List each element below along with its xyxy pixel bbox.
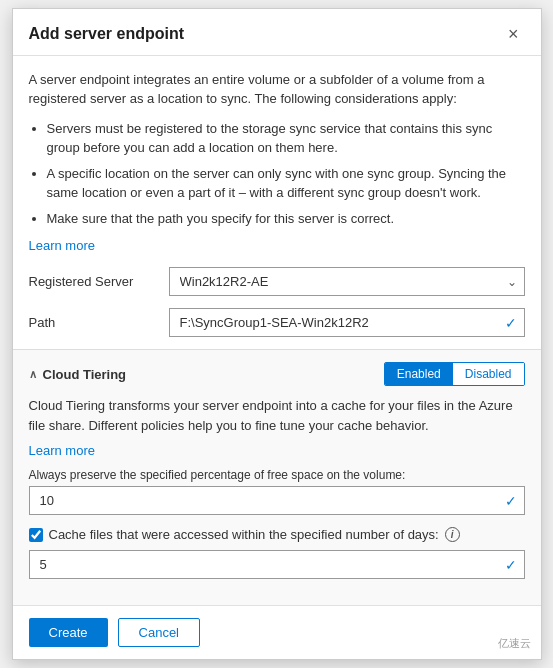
free-space-input[interactable]	[29, 486, 525, 515]
cloud-tiering-toggle: Enabled Disabled	[384, 362, 525, 386]
cloud-tiering-section: ∧ Cloud Tiering Enabled Disabled Cloud T…	[13, 349, 541, 605]
free-space-check-icon: ✓	[505, 493, 517, 509]
cloud-tiering-description: Cloud Tiering transforms your server end…	[29, 396, 525, 435]
toggle-enabled-button[interactable]: Enabled	[385, 363, 453, 385]
cache-days-wrap: ✓	[29, 550, 525, 579]
registered-server-row: Registered Server Win2k12R2-AE ⌄	[29, 267, 525, 296]
intro-text: A server endpoint integrates an entire v…	[29, 70, 525, 109]
path-input[interactable]	[169, 308, 525, 337]
cache-days-input[interactable]	[29, 550, 525, 579]
free-space-wrap: ✓	[29, 486, 525, 515]
dialog-title: Add server endpoint	[29, 25, 185, 43]
bullet-item-2: A specific location on the server can on…	[47, 164, 525, 203]
check-icon: ✓	[505, 315, 517, 331]
cache-files-checkbox[interactable]	[29, 528, 43, 542]
free-space-label: Always preserve the specified percentage…	[29, 468, 525, 482]
path-row: Path ✓	[29, 308, 525, 337]
bullet-list: Servers must be registered to the storag…	[47, 119, 525, 229]
cache-files-row: Cache files that were accessed within th…	[29, 527, 525, 542]
cancel-button[interactable]: Cancel	[118, 618, 200, 647]
path-label: Path	[29, 315, 169, 330]
cloud-tiering-label: Cloud Tiering	[43, 367, 127, 382]
learn-more-link[interactable]: Learn more	[29, 238, 95, 253]
cloud-tiering-learn-more-link[interactable]: Learn more	[29, 443, 95, 458]
cache-files-label[interactable]: Cache files that were accessed within th…	[49, 527, 439, 542]
cloud-tiering-header: ∧ Cloud Tiering Enabled Disabled	[29, 362, 525, 386]
cache-days-check-icon: ✓	[505, 557, 517, 573]
cloud-tiering-title: ∧ Cloud Tiering	[29, 367, 127, 382]
bullet-item-3: Make sure that the path you specify for …	[47, 209, 525, 229]
dialog-body: A server endpoint integrates an entire v…	[13, 56, 541, 338]
dialog-header: Add server endpoint ×	[13, 9, 541, 56]
dialog-footer: Create Cancel	[13, 605, 541, 659]
registered-server-control: Win2k12R2-AE ⌄	[169, 267, 525, 296]
registered-server-select[interactable]: Win2k12R2-AE	[169, 267, 525, 296]
path-control: ✓	[169, 308, 525, 337]
create-button[interactable]: Create	[29, 618, 108, 647]
watermark: 亿速云	[498, 636, 531, 651]
bullet-item-1: Servers must be registered to the storag…	[47, 119, 525, 158]
toggle-disabled-button[interactable]: Disabled	[453, 363, 524, 385]
add-server-endpoint-dialog: Add server endpoint × A server endpoint …	[12, 8, 542, 661]
close-button[interactable]: ×	[502, 23, 525, 45]
expand-icon: ∧	[29, 368, 37, 381]
registered-server-label: Registered Server	[29, 274, 169, 289]
info-icon: i	[445, 527, 460, 542]
